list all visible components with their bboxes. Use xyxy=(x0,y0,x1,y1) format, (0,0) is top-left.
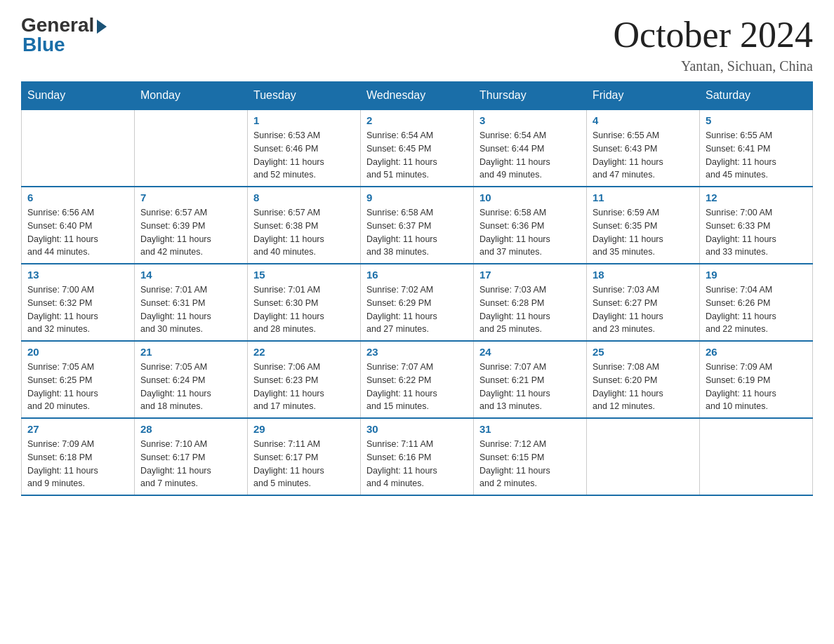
day-info: Sunrise: 7:07 AM Sunset: 6:21 PM Dayligh… xyxy=(479,361,581,413)
day-number: 18 xyxy=(593,269,694,281)
day-info: Sunrise: 7:03 AM Sunset: 6:27 PM Dayligh… xyxy=(593,283,694,336)
day-number: 9 xyxy=(366,192,468,203)
logo-arrow-icon xyxy=(97,20,107,34)
calendar-week-row: 13Sunrise: 7:00 AM Sunset: 6:32 PM Dayli… xyxy=(22,264,813,341)
day-info: Sunrise: 6:53 AM Sunset: 6:46 PM Dayligh… xyxy=(253,129,355,182)
day-info: Sunrise: 7:03 AM Sunset: 6:28 PM Dayligh… xyxy=(479,283,581,336)
day-info: Sunrise: 7:00 AM Sunset: 6:32 PM Dayligh… xyxy=(27,283,128,336)
calendar-cell xyxy=(700,418,813,495)
day-number: 11 xyxy=(593,192,694,203)
day-number: 25 xyxy=(593,346,694,358)
calendar-cell: 13Sunrise: 7:00 AM Sunset: 6:32 PM Dayli… xyxy=(22,264,135,341)
calendar-cell: 11Sunrise: 6:59 AM Sunset: 6:35 PM Dayli… xyxy=(587,187,700,264)
day-number: 30 xyxy=(366,423,468,435)
calendar-cell: 14Sunrise: 7:01 AM Sunset: 6:31 PM Dayli… xyxy=(135,264,248,341)
day-info: Sunrise: 7:05 AM Sunset: 6:24 PM Dayligh… xyxy=(140,361,241,413)
day-number: 7 xyxy=(140,192,241,203)
calendar-cell: 12Sunrise: 7:00 AM Sunset: 6:33 PM Dayli… xyxy=(700,187,813,264)
calendar-cell: 30Sunrise: 7:11 AM Sunset: 6:16 PM Dayli… xyxy=(361,418,474,495)
calendar-cell: 10Sunrise: 6:58 AM Sunset: 6:36 PM Dayli… xyxy=(474,187,587,264)
calendar-cell: 15Sunrise: 7:01 AM Sunset: 6:30 PM Dayli… xyxy=(248,264,361,341)
logo-blue-text: Blue xyxy=(22,34,65,56)
day-info: Sunrise: 7:05 AM Sunset: 6:25 PM Dayligh… xyxy=(27,361,128,413)
day-info: Sunrise: 7:09 AM Sunset: 6:18 PM Dayligh… xyxy=(27,438,128,490)
day-info: Sunrise: 6:54 AM Sunset: 6:44 PM Dayligh… xyxy=(479,129,581,182)
calendar-week-row: 1Sunrise: 6:53 AM Sunset: 6:46 PM Daylig… xyxy=(22,109,813,187)
title-section: October 2024 Yantan, Sichuan, China xyxy=(614,14,813,74)
day-number: 14 xyxy=(140,269,241,281)
day-number: 19 xyxy=(706,269,807,281)
calendar-cell: 9Sunrise: 6:58 AM Sunset: 6:37 PM Daylig… xyxy=(361,187,474,264)
calendar-cell xyxy=(22,109,135,187)
calendar-cell: 22Sunrise: 7:06 AM Sunset: 6:23 PM Dayli… xyxy=(248,341,361,418)
day-info: Sunrise: 7:10 AM Sunset: 6:17 PM Dayligh… xyxy=(140,438,241,490)
day-number: 6 xyxy=(27,192,128,203)
day-number: 22 xyxy=(253,346,355,358)
calendar-header-day: Wednesday xyxy=(361,82,474,110)
calendar-cell: 6Sunrise: 6:56 AM Sunset: 6:40 PM Daylig… xyxy=(22,187,135,264)
day-info: Sunrise: 6:58 AM Sunset: 6:36 PM Dayligh… xyxy=(479,206,581,259)
calendar-week-row: 20Sunrise: 7:05 AM Sunset: 6:25 PM Dayli… xyxy=(22,341,813,418)
calendar-header-day: Tuesday xyxy=(248,82,361,110)
day-number: 10 xyxy=(479,192,581,203)
day-number: 13 xyxy=(27,269,128,281)
day-number: 29 xyxy=(253,423,355,435)
day-info: Sunrise: 6:55 AM Sunset: 6:41 PM Dayligh… xyxy=(706,129,807,182)
calendar-cell: 18Sunrise: 7:03 AM Sunset: 6:27 PM Dayli… xyxy=(587,264,700,341)
day-number: 17 xyxy=(479,269,581,281)
month-year-title: October 2024 xyxy=(614,14,813,55)
calendar-cell xyxy=(587,418,700,495)
day-info: Sunrise: 6:56 AM Sunset: 6:40 PM Dayligh… xyxy=(27,206,128,259)
day-number: 20 xyxy=(27,346,128,358)
calendar-cell: 8Sunrise: 6:57 AM Sunset: 6:38 PM Daylig… xyxy=(248,187,361,264)
day-number: 16 xyxy=(366,269,468,281)
calendar-header-day: Saturday xyxy=(700,82,813,110)
calendar-cell: 7Sunrise: 6:57 AM Sunset: 6:39 PM Daylig… xyxy=(135,187,248,264)
day-number: 23 xyxy=(366,346,468,358)
calendar-cell xyxy=(135,109,248,187)
day-number: 27 xyxy=(27,423,128,435)
calendar-cell: 24Sunrise: 7:07 AM Sunset: 6:21 PM Dayli… xyxy=(474,341,587,418)
day-info: Sunrise: 7:01 AM Sunset: 6:30 PM Dayligh… xyxy=(253,283,355,336)
day-number: 26 xyxy=(706,346,807,358)
calendar-cell: 2Sunrise: 6:54 AM Sunset: 6:45 PM Daylig… xyxy=(361,109,474,187)
day-info: Sunrise: 6:55 AM Sunset: 6:43 PM Dayligh… xyxy=(593,129,694,182)
calendar-header-day: Friday xyxy=(587,82,700,110)
day-info: Sunrise: 7:08 AM Sunset: 6:20 PM Dayligh… xyxy=(593,361,694,413)
calendar-cell: 25Sunrise: 7:08 AM Sunset: 6:20 PM Dayli… xyxy=(587,341,700,418)
day-info: Sunrise: 7:12 AM Sunset: 6:15 PM Dayligh… xyxy=(479,438,581,490)
calendar-cell: 28Sunrise: 7:10 AM Sunset: 6:17 PM Dayli… xyxy=(135,418,248,495)
calendar-cell: 3Sunrise: 6:54 AM Sunset: 6:44 PM Daylig… xyxy=(474,109,587,187)
calendar-cell: 17Sunrise: 7:03 AM Sunset: 6:28 PM Dayli… xyxy=(474,264,587,341)
calendar-week-row: 6Sunrise: 6:56 AM Sunset: 6:40 PM Daylig… xyxy=(22,187,813,264)
calendar-cell: 20Sunrise: 7:05 AM Sunset: 6:25 PM Dayli… xyxy=(22,341,135,418)
day-info: Sunrise: 6:57 AM Sunset: 6:39 PM Dayligh… xyxy=(140,206,241,259)
day-number: 28 xyxy=(140,423,241,435)
day-info: Sunrise: 6:59 AM Sunset: 6:35 PM Dayligh… xyxy=(593,206,694,259)
calendar-header-day: Thursday xyxy=(474,82,587,110)
day-info: Sunrise: 7:06 AM Sunset: 6:23 PM Dayligh… xyxy=(253,361,355,413)
calendar-table: SundayMondayTuesdayWednesdayThursdayFrid… xyxy=(21,81,813,496)
calendar-cell: 23Sunrise: 7:07 AM Sunset: 6:22 PM Dayli… xyxy=(361,341,474,418)
calendar-cell: 29Sunrise: 7:11 AM Sunset: 6:17 PM Dayli… xyxy=(248,418,361,495)
day-number: 5 xyxy=(706,114,807,126)
day-info: Sunrise: 7:00 AM Sunset: 6:33 PM Dayligh… xyxy=(706,206,807,259)
calendar-cell: 5Sunrise: 6:55 AM Sunset: 6:41 PM Daylig… xyxy=(700,109,813,187)
day-info: Sunrise: 7:11 AM Sunset: 6:16 PM Dayligh… xyxy=(366,438,468,490)
day-info: Sunrise: 7:09 AM Sunset: 6:19 PM Dayligh… xyxy=(706,361,807,413)
page-header: General Blue October 2024 Yantan, Sichua… xyxy=(21,14,813,74)
calendar-cell: 31Sunrise: 7:12 AM Sunset: 6:15 PM Dayli… xyxy=(474,418,587,495)
day-number: 31 xyxy=(479,423,581,435)
day-info: Sunrise: 7:11 AM Sunset: 6:17 PM Dayligh… xyxy=(253,438,355,490)
calendar-cell: 1Sunrise: 6:53 AM Sunset: 6:46 PM Daylig… xyxy=(248,109,361,187)
day-info: Sunrise: 7:04 AM Sunset: 6:26 PM Dayligh… xyxy=(706,283,807,336)
calendar-cell: 16Sunrise: 7:02 AM Sunset: 6:29 PM Dayli… xyxy=(361,264,474,341)
calendar-header-row: SundayMondayTuesdayWednesdayThursdayFrid… xyxy=(22,82,813,110)
day-info: Sunrise: 7:02 AM Sunset: 6:29 PM Dayligh… xyxy=(366,283,468,336)
calendar-week-row: 27Sunrise: 7:09 AM Sunset: 6:18 PM Dayli… xyxy=(22,418,813,495)
calendar-cell: 19Sunrise: 7:04 AM Sunset: 6:26 PM Dayli… xyxy=(700,264,813,341)
day-number: 15 xyxy=(253,269,355,281)
day-info: Sunrise: 7:01 AM Sunset: 6:31 PM Dayligh… xyxy=(140,283,241,336)
day-number: 12 xyxy=(706,192,807,203)
calendar-cell: 21Sunrise: 7:05 AM Sunset: 6:24 PM Dayli… xyxy=(135,341,248,418)
